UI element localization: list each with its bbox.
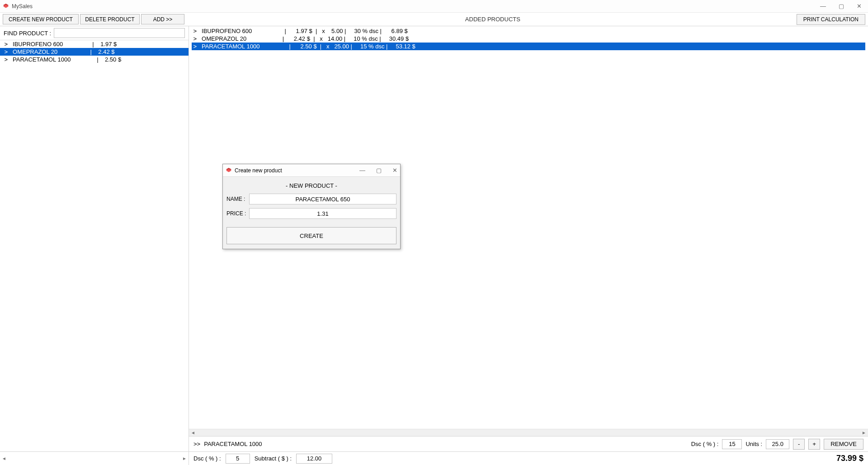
units-input[interactable] [766,439,789,449]
selected-product-name: PARACETAMOL 1000 [204,441,262,447]
toolbar: CREATE NEW PRODUCT DELETE PRODUCT ADD >>… [0,13,868,26]
window-maximize-icon[interactable]: ▢ [839,3,844,9]
delete-product-button[interactable]: DELETE PRODUCT [80,14,140,24]
product-name-input[interactable] [249,194,396,204]
product-row[interactable]: > IBUPROFENO 600 | 1.97 $ [0,40,189,48]
window-title: MySales [12,3,33,9]
units-decrement-button[interactable]: - [793,439,805,450]
units-increment-button[interactable]: + [808,439,820,450]
subtract-input[interactable] [296,454,332,464]
remove-button[interactable]: REMOVE [824,439,863,450]
totals-bar: Dsc ( % ) : Subtract ( $ ) : 73.99 $ [189,454,868,464]
product-price-input[interactable] [249,208,396,219]
product-row[interactable]: > OMEPRAZOL 20 | 2.42 $ [0,48,189,56]
added-row[interactable]: > IBUPROFENO 600 | 1.97 $ | x 5.00 | 30 … [192,27,865,35]
find-product-label: FIND PRODUCT : [4,30,51,37]
app-icon [3,3,9,9]
add-product-button[interactable]: ADD >> [141,14,184,24]
dsc-input[interactable] [722,439,742,449]
added-row[interactable]: > OMEPRAZOL 20 | 2.42 $ | x 14.00 | 10 %… [192,35,865,43]
dialog-minimize-icon[interactable]: — [359,167,365,174]
product-row[interactable]: > PARACETAMOL 1000 | 2.50 $ [0,56,189,63]
dialog-title: Create new product [235,167,282,174]
global-dsc-input[interactable] [226,454,250,464]
added-row[interactable]: > PARACETAMOL 1000 | 2.50 $ | x 25.00 | … [192,43,865,50]
global-dsc-label: Dsc ( % ) : [193,455,221,462]
dialog-app-icon [226,167,232,174]
product-search-panel: FIND PRODUCT : > IBUPROFENO 600 | 1.97 $… [0,26,189,451]
product-price-label: PRICE : [226,210,246,217]
units-label: Units : [745,441,762,447]
selected-item-bar: >> PARACETAMOL 1000 Dsc ( % ) : Units : … [189,436,868,451]
window-titlebar: MySales — ▢ ✕ [0,0,868,13]
product-name-label: NAME : [226,196,246,202]
subtract-label: Subtract ( $ ) : [255,455,292,462]
horizontal-scrollbar[interactable]: ◄► [189,429,868,436]
find-product-input[interactable] [54,28,185,38]
product-listbox[interactable]: > IBUPROFENO 600 | 1.97 $ > OMEPRAZOL 20… [0,40,189,451]
window-minimize-icon[interactable]: — [820,3,826,9]
dsc-label: Dsc ( % ) : [691,441,719,447]
create-new-product-button[interactable]: CREATE NEW PRODUCT [3,14,79,24]
dialog-maximize-icon[interactable]: ▢ [376,167,382,174]
dialog-create-button[interactable]: CREATE [226,227,396,244]
grand-total: 73.99 $ [836,454,863,463]
print-calculation-button[interactable]: PRINT CALCULATION [797,14,865,25]
dialog-heading: - NEW PRODUCT - [226,180,396,194]
selected-prefix: >> [193,441,200,447]
added-products-heading: ADDED PRODUCTS [189,13,797,26]
create-product-dialog: Create new product — ▢ ✕ - NEW PRODUCT -… [222,164,401,249]
dialog-close-icon[interactable]: ✕ [392,167,397,174]
left-horizontal-scrollbar[interactable]: ◄► [0,452,189,465]
window-close-icon[interactable]: ✕ [857,3,862,9]
